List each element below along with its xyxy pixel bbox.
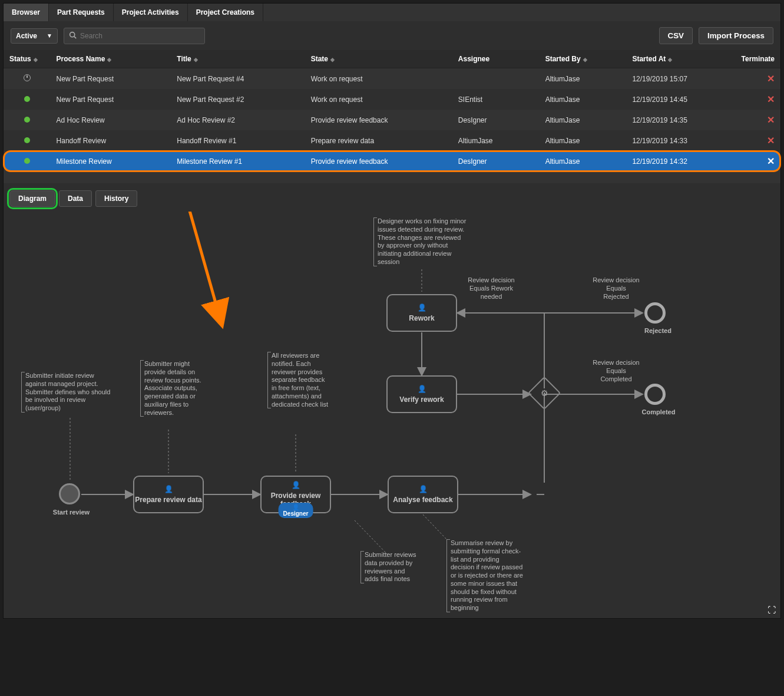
col-assignee[interactable]: Assignee	[452, 50, 540, 68]
cell-state: Work on request	[305, 89, 452, 110]
status-dot-icon	[24, 96, 30, 102]
note-start: Submitter initiate review against manage…	[21, 372, 115, 413]
task-prepare[interactable]: 👤 Prepare review data	[133, 476, 204, 513]
search-box[interactable]	[64, 28, 205, 44]
status-dot-icon	[24, 158, 30, 164]
cell-title: New Part Request #4	[171, 68, 305, 90]
task-analyse-label: Analyse feedback	[393, 496, 452, 504]
note-rework: Designer works on fixing minor issues de…	[373, 217, 468, 266]
start-event[interactable]	[59, 483, 80, 504]
status-dot-icon	[24, 137, 30, 143]
terminate-button[interactable]: ✕	[727, 110, 780, 130]
person-icon: 👤	[418, 304, 426, 312]
end-rejected-label: Rejected	[637, 327, 679, 334]
top-tabs: Browser Part Requests Project Activities…	[4, 4, 780, 21]
col-started-at[interactable]: Started At◆	[626, 50, 727, 68]
cell-assignee: SIEntist	[452, 89, 540, 110]
cell-title: New Part Request #2	[171, 89, 305, 110]
cell-process: Ad Hoc Review	[51, 110, 171, 130]
col-started-by[interactable]: Started By◆	[540, 50, 627, 68]
process-table: Status◆ Process Name◆ Title◆ State◆ Assi…	[4, 50, 780, 171]
col-process-name[interactable]: Process Name◆	[51, 50, 171, 68]
cell-startedby: AltiumJase	[540, 68, 627, 90]
toolbar: Active ▼ CSV Import Process	[4, 21, 780, 50]
cell-state: Provide review feedback	[305, 151, 452, 171]
edge-rejected: Review decision Equals Rejected	[593, 276, 640, 301]
sort-icon: ◆	[34, 57, 37, 62]
cell-assignee: AltiumJase	[452, 130, 540, 151]
end-completed-label: Completed	[635, 408, 682, 415]
chevron-down-icon: ▼	[47, 32, 52, 39]
col-title[interactable]: Title◆	[171, 50, 305, 68]
col-status[interactable]: Status◆	[4, 50, 51, 68]
sort-icon: ◆	[107, 57, 110, 62]
table-row[interactable]: Milestone ReviewMilestone Review #1Provi…	[4, 151, 780, 171]
cell-state: Prepare review data	[305, 130, 452, 151]
cell-startedat: 12/19/2019 14:32	[626, 151, 727, 171]
svg-point-0	[70, 32, 75, 37]
tab-data[interactable]: Data	[59, 190, 92, 207]
terminate-button[interactable]: ✕	[727, 68, 780, 90]
tab-browser[interactable]: Browser	[4, 4, 49, 21]
cell-state: Provide review feedback	[305, 110, 452, 130]
table-row[interactable]: New Part RequestNew Part Request #4Work …	[4, 68, 780, 90]
person-icon: 👤	[419, 485, 428, 493]
tab-project-creations[interactable]: Project Creations	[188, 4, 263, 21]
cell-startedat: 12/19/2019 14:35	[626, 110, 727, 130]
detail-tabs: Diagram Data History	[4, 183, 780, 212]
cell-assignee: DesIgner	[452, 110, 540, 130]
end-rejected[interactable]	[644, 302, 666, 324]
tab-history[interactable]: History	[95, 190, 137, 207]
import-process-button[interactable]: Import Process	[699, 27, 773, 44]
cell-state: Work on request	[305, 68, 452, 90]
table-row[interactable]: Handoff ReviewHandoff Review #1Prepare r…	[4, 130, 780, 151]
search-input[interactable]	[80, 32, 200, 40]
svg-line-11	[423, 514, 446, 539]
task-verify[interactable]: 👤 Verify rework	[386, 375, 457, 413]
note-analyse: Summarise review by submitting formal ch…	[446, 539, 523, 612]
end-completed[interactable]	[644, 384, 666, 405]
cell-process: New Part Request	[51, 89, 171, 110]
task-rework[interactable]: 👤 Rework	[386, 294, 457, 332]
sort-icon: ◆	[194, 57, 197, 62]
col-state[interactable]: State◆	[305, 50, 452, 68]
cell-startedat: 12/19/2019 14:45	[626, 89, 727, 110]
task-verify-label: Verify rework	[399, 395, 444, 404]
tab-diagram[interactable]: Diagram	[9, 190, 55, 207]
edge-completed: Review decision Equals Completed	[593, 359, 640, 383]
terminate-button[interactable]: ✕	[727, 130, 780, 151]
assignee-badge: 👤 Designer	[279, 503, 313, 518]
note-provide-below: Submitter reviews data provided by revie…	[360, 551, 419, 583]
gateway[interactable]: ⚙	[528, 377, 561, 410]
tab-part-requests[interactable]: Part Requests	[49, 4, 114, 21]
task-analyse[interactable]: 👤 Analyse feedback	[388, 476, 458, 513]
person-icon: 👤	[418, 385, 426, 393]
svg-line-13	[183, 212, 221, 324]
terminate-button[interactable]: ✕	[727, 151, 780, 171]
cell-startedat: 12/19/2019 14:33	[626, 130, 727, 151]
status-filter-select[interactable]: Active ▼	[11, 28, 58, 44]
cell-title: Ad Hoc Review #2	[171, 110, 305, 130]
table-row[interactable]: Ad Hoc ReviewAd Hoc Review #2Provide rev…	[4, 110, 780, 130]
cell-assignee	[452, 68, 540, 90]
task-rework-label: Rework	[409, 314, 434, 322]
sort-icon: ◆	[668, 57, 671, 62]
fullscreen-icon[interactable]: ⛶	[768, 605, 776, 615]
cell-startedby: AltiumJase	[540, 130, 627, 151]
cell-startedat: 12/19/2019 15:07	[626, 68, 727, 90]
cell-title: Milestone Review #1	[171, 151, 305, 171]
note-provide: All reviewers are notified. Each reviewe…	[267, 352, 329, 408]
clock-icon	[24, 74, 31, 81]
tab-project-activities[interactable]: Project Activities	[114, 4, 188, 21]
task-provide[interactable]: 👤 Provide review feedback 👤 Designer	[260, 476, 331, 513]
svg-line-10	[355, 520, 388, 555]
csv-button[interactable]: CSV	[659, 27, 693, 44]
status-filter-value: Active	[16, 32, 37, 40]
diagram-canvas[interactable]: Submitter initiate review against manage…	[4, 212, 780, 618]
terminate-button[interactable]: ✕	[727, 89, 780, 110]
gateway-icon: ⚙	[541, 388, 548, 398]
sort-icon: ◆	[330, 57, 333, 62]
cell-process: New Part Request	[51, 68, 171, 90]
person-icon: 👤	[292, 481, 300, 489]
table-row[interactable]: New Part RequestNew Part Request #2Work …	[4, 89, 780, 110]
